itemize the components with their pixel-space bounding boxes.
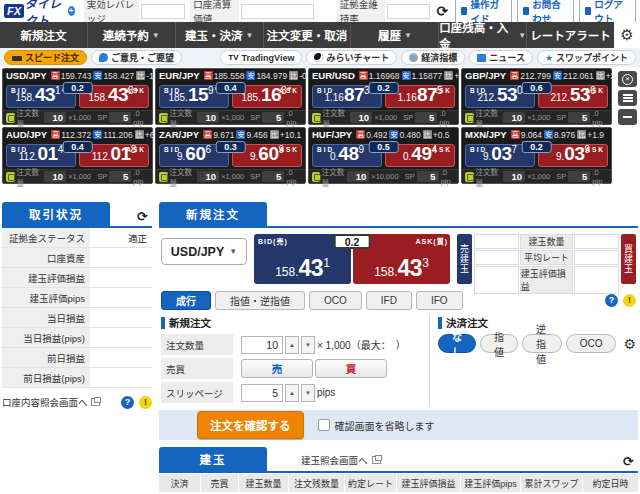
lock-icon[interactable] bbox=[159, 172, 168, 182]
tile-quote: BID 9.037 0.2 ASK 9.039 bbox=[462, 141, 611, 169]
toolbar-pill[interactable]: 経済指標 bbox=[401, 50, 465, 65]
tab-trade-status[interactable]: 取引状況 bbox=[2, 202, 110, 226]
tab-positions[interactable]: 建玉 bbox=[159, 447, 267, 471]
sp-value[interactable]: 5 bbox=[262, 171, 284, 182]
buy-position-tab[interactable]: 買建玉 bbox=[621, 234, 636, 284]
order-type-tab[interactable]: 指値・逆指値 bbox=[215, 291, 305, 310]
alert-icon[interactable]: ! bbox=[139, 396, 152, 409]
toolbar-pill[interactable]: スピード注文 bbox=[4, 50, 87, 65]
toolbar-pill[interactable]: ニュース bbox=[469, 50, 533, 65]
close-icon[interactable]: ✕ bbox=[618, 71, 637, 87]
rate-tile-eurjpy: EUR/JPY 高185.558 安184.979 比-0.7 BID 185.… bbox=[155, 68, 306, 125]
slippage-input[interactable]: 5 bbox=[241, 384, 283, 402]
nav-item[interactable]: 注文変更・取消 bbox=[263, 22, 351, 48]
positions-inquiry-link[interactable]: 建玉照会画面へ bbox=[301, 453, 381, 471]
qty-value[interactable]: 10 bbox=[347, 171, 369, 182]
margin-ratio-value bbox=[387, 4, 429, 19]
lock-icon[interactable] bbox=[6, 172, 15, 182]
lock-icon[interactable] bbox=[312, 172, 320, 182]
qty-value[interactable]: 10 bbox=[350, 112, 372, 123]
buy-button[interactable]: 買 bbox=[315, 359, 387, 378]
account-detail-link[interactable]: 口座内容照会画面へ bbox=[2, 395, 88, 409]
close-order-option[interactable]: なし bbox=[438, 334, 476, 353]
qty-value[interactable]: 10 bbox=[197, 171, 219, 182]
close-order-settings-gear-icon[interactable]: ⚙ bbox=[623, 336, 636, 352]
tab-new-order[interactable]: 新規注文 bbox=[159, 202, 267, 226]
toolbar-pill[interactable]: みらいチャート bbox=[306, 50, 397, 65]
order-type-tab[interactable]: IFO bbox=[416, 291, 463, 310]
sell-button[interactable]: 売 bbox=[241, 359, 313, 378]
confirm-order-button[interactable]: 注文を確認する bbox=[197, 411, 304, 439]
lock-icon[interactable] bbox=[159, 113, 168, 123]
slippage-down-icon[interactable]: ▼ bbox=[301, 384, 315, 402]
qty-value[interactable]: 10 bbox=[197, 112, 219, 123]
ask-price-sub: 8 bbox=[131, 144, 137, 155]
close-order-option[interactable]: OCO bbox=[566, 334, 617, 353]
nav-item[interactable]: 新規注文 bbox=[0, 22, 87, 48]
bid-price-pre: 112. bbox=[19, 151, 38, 162]
positions-column-header[interactable]: 約定レート bbox=[345, 474, 397, 492]
low-value: 9.456 bbox=[246, 130, 267, 140]
refresh-icon[interactable]: ⟳ bbox=[137, 209, 152, 226]
toolbar-pill[interactable]: ご意見・ご要望 bbox=[91, 50, 182, 65]
qty-value[interactable]: 10 bbox=[44, 171, 66, 182]
order-type-tab[interactable]: 成行 bbox=[161, 291, 211, 310]
change-value: +1.9 bbox=[587, 130, 604, 140]
quantity-up-icon[interactable]: ▲ bbox=[285, 336, 299, 354]
positions-column-header[interactable]: 約定日時 bbox=[583, 474, 638, 492]
positions-column-header[interactable]: 売買 bbox=[201, 474, 239, 492]
refresh-icon[interactable]: ⟳ bbox=[437, 3, 449, 19]
nav-item[interactable]: 口座残高・入金▼ bbox=[438, 22, 526, 48]
close-order-option[interactable]: 逆指値 bbox=[522, 334, 562, 353]
positions-column-header[interactable]: 累計スワップ bbox=[521, 474, 583, 492]
mirai-chart-icon bbox=[314, 53, 323, 62]
nav-item[interactable]: レートアラート bbox=[526, 22, 614, 48]
lock-icon[interactable] bbox=[6, 113, 15, 123]
quantity-down-icon[interactable]: ▼ bbox=[301, 336, 315, 354]
sp-value[interactable]: 5 bbox=[415, 112, 437, 123]
sp-value[interactable]: 5 bbox=[417, 171, 439, 182]
lock-icon[interactable] bbox=[312, 113, 321, 123]
sp-value[interactable]: 5 bbox=[109, 171, 131, 182]
alert-icon[interactable]: ! bbox=[623, 294, 636, 307]
qty-value[interactable]: 10 bbox=[503, 112, 525, 123]
positions-column-header[interactable]: 建玉数量 bbox=[239, 474, 289, 492]
sell-position-tab[interactable]: 売建玉 bbox=[457, 234, 472, 284]
nav-item[interactable]: 履歴▼ bbox=[350, 22, 438, 48]
list-view-icon[interactable] bbox=[618, 90, 637, 106]
lock-icon[interactable] bbox=[465, 113, 474, 123]
positions-column-header[interactable]: 建玉評価損益 bbox=[397, 474, 461, 492]
refresh-icon[interactable]: ⟳ bbox=[623, 454, 638, 471]
toolbar-pill[interactable]: TVTradingView bbox=[220, 50, 302, 65]
ask-price-big: 60 bbox=[258, 143, 278, 164]
nav-item[interactable]: 連続予約▼ bbox=[87, 22, 175, 48]
pair-select[interactable]: USD/JPY ▼ bbox=[161, 238, 247, 265]
slippage-up-icon[interactable]: ▲ bbox=[285, 384, 299, 402]
close-order-option[interactable]: 指値 bbox=[480, 334, 518, 353]
nav-item[interactable]: 建玉・決済▼ bbox=[175, 22, 263, 48]
lock-icon[interactable] bbox=[465, 172, 474, 182]
sp-value[interactable]: 5 bbox=[109, 112, 131, 123]
minimize-icon[interactable] bbox=[618, 109, 637, 125]
help-icon[interactable]: ? bbox=[121, 396, 134, 409]
new-order-heading-label: 新規注文 bbox=[169, 315, 211, 330]
positions-column-header[interactable]: 建玉評価pips bbox=[461, 474, 521, 492]
leverage-value bbox=[141, 4, 185, 19]
qty-value[interactable]: 10 bbox=[44, 112, 66, 123]
sp-value[interactable]: 5 bbox=[568, 112, 590, 123]
help-icon[interactable]: ? bbox=[605, 294, 618, 307]
toolbar-pill[interactable]: ★スワップポイント bbox=[537, 50, 636, 65]
sp-value[interactable]: 5 bbox=[262, 112, 284, 123]
sp-value[interactable]: 5 bbox=[568, 171, 590, 182]
order-type-tab[interactable]: OCO bbox=[309, 291, 362, 310]
skip-confirm-checkbox[interactable] bbox=[318, 419, 330, 431]
quantity-input[interactable]: 10 bbox=[241, 336, 283, 354]
positions-column-header[interactable]: 決済 bbox=[159, 474, 201, 492]
sp-label: SP bbox=[250, 113, 260, 122]
sp-label: SP bbox=[403, 113, 413, 122]
qty-value[interactable]: 10 bbox=[503, 171, 525, 182]
settings-gear-icon[interactable]: ⚙ bbox=[614, 22, 640, 48]
positions-column-header[interactable]: 注文残数量 bbox=[289, 474, 345, 492]
nav-item-label: 連続予約 bbox=[103, 27, 149, 43]
order-type-tab[interactable]: IFD bbox=[366, 291, 412, 310]
